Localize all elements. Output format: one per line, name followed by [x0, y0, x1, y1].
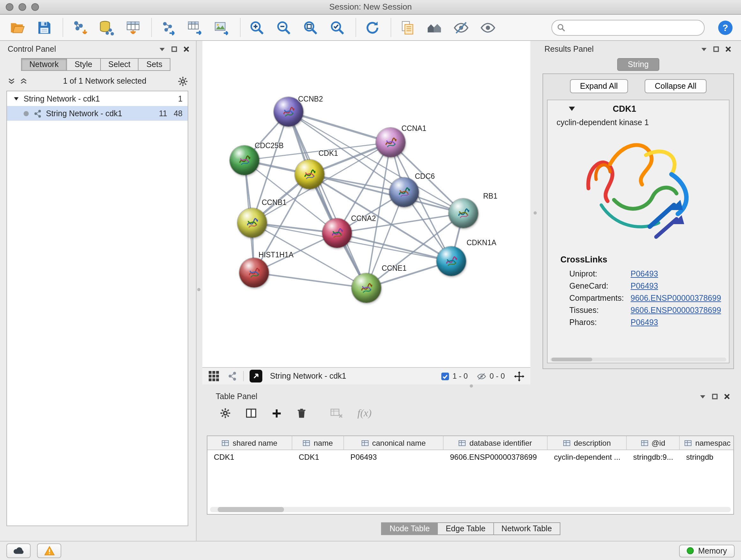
tab-network[interactable]: Network [21, 58, 67, 71]
network-node-hist1h1a[interactable] [239, 258, 269, 287]
delete-column-icon[interactable] [296, 408, 307, 419]
column-header--id[interactable]: @id [627, 436, 680, 449]
grid-view-icon[interactable] [208, 370, 219, 382]
network-node-cdc25b[interactable] [230, 145, 259, 175]
table-cell[interactable]: CDK1 [292, 453, 344, 462]
copy-icon[interactable] [398, 18, 417, 37]
search-input[interactable] [569, 21, 699, 34]
table-cell[interactable]: cyclin-dependent ... [548, 453, 627, 462]
share-network-icon[interactable] [227, 371, 238, 381]
close-panel-icon[interactable] [725, 46, 731, 52]
tab-sets[interactable]: Sets [138, 58, 171, 71]
table-cell[interactable]: P06493 [344, 453, 444, 462]
panel-menu-icon[interactable] [699, 393, 706, 400]
crosslink-link[interactable]: 9606.ENSP00000378699 [630, 294, 721, 302]
gear-icon[interactable] [178, 76, 188, 86]
collapse-section-icon[interactable] [568, 105, 576, 112]
network-edge-ccnb2-ccna1[interactable] [288, 112, 391, 142]
memory-button[interactable]: Memory [679, 544, 735, 557]
export-network-icon[interactable] [158, 18, 178, 37]
hide-selected-icon[interactable] [451, 18, 470, 37]
column-header-namespac[interactable]: namespac [680, 436, 734, 449]
zoom-selected-icon[interactable] [327, 18, 347, 37]
tab-string[interactable]: String [617, 58, 659, 71]
network-node-cdkn1a[interactable] [436, 246, 466, 276]
home-view-icon[interactable] [424, 18, 444, 37]
column-header-description[interactable]: description [548, 436, 627, 449]
export-table-icon[interactable] [185, 18, 204, 37]
show-columns-icon[interactable] [245, 408, 257, 419]
open-session-icon[interactable] [8, 18, 27, 37]
network-node-ccna1[interactable] [376, 128, 405, 157]
column-header-canonical-name[interactable]: canonical name [344, 436, 444, 449]
show-all-icon[interactable] [478, 18, 497, 37]
crosslink-link[interactable]: P06493 [630, 269, 658, 278]
expand-all-button[interactable]: Expand All [570, 79, 628, 93]
help-icon[interactable]: ? [718, 19, 733, 36]
close-window-button[interactable] [6, 3, 13, 11]
refresh-icon[interactable] [362, 18, 382, 37]
network-row[interactable]: String Network - cdk1 11 48 [7, 106, 188, 121]
import-network-database-icon[interactable] [96, 18, 116, 37]
warnings-button[interactable] [37, 543, 61, 558]
panel-menu-icon[interactable] [701, 46, 707, 52]
network-node-ccnb1[interactable] [238, 208, 267, 238]
cloud-button[interactable] [6, 543, 30, 558]
network-node-ccne1[interactable] [352, 273, 381, 303]
expand-all-icon[interactable] [20, 77, 27, 85]
tab-edge-table[interactable]: Edge Table [437, 522, 494, 535]
bottom-splitter-handle[interactable] [470, 384, 473, 388]
table-row[interactable]: CDK1CDK1P064939606.ENSP00000378699cyclin… [207, 450, 733, 464]
tab-network-table[interactable]: Network Table [493, 522, 560, 535]
results-horizontal-scrollbar[interactable] [550, 358, 726, 361]
close-panel-icon[interactable] [183, 46, 190, 52]
save-session-icon[interactable] [35, 18, 54, 37]
network-node-cdc6[interactable] [389, 178, 419, 207]
network-node-cdk1[interactable] [295, 160, 324, 189]
zoom-fit-icon[interactable] [300, 18, 320, 37]
pan-move-icon[interactable] [514, 371, 525, 381]
network-canvas[interactable]: CCNB2CCNA1CDC25BCDK1CDC6RB1CCNB1CCNA2CDK… [202, 41, 530, 367]
maximize-window-button[interactable] [31, 3, 39, 11]
network-node-rb1[interactable] [449, 199, 478, 228]
collapse-all-button[interactable]: Collapse All [645, 79, 707, 93]
tab-select[interactable]: Select [100, 58, 139, 71]
import-table-file-icon[interactable] [123, 18, 142, 37]
collapse-all-icon[interactable] [8, 77, 15, 85]
zoom-out-icon[interactable] [274, 18, 293, 37]
panel-menu-icon[interactable] [159, 46, 165, 52]
selected-checkbox-icon[interactable] [441, 372, 449, 380]
add-column-icon[interactable] [271, 408, 282, 419]
crosslink-link[interactable]: P06493 [630, 281, 658, 290]
table-cell[interactable]: CDK1 [207, 453, 292, 462]
minimize-window-button[interactable] [18, 3, 26, 11]
column-header-shared-name[interactable]: shared name [207, 436, 292, 449]
tab-node-table[interactable]: Node Table [381, 522, 438, 535]
left-splitter-handle[interactable] [197, 288, 200, 291]
column-header-name[interactable]: name [292, 436, 344, 449]
network-collection-row[interactable]: String Network - cdk1 1 [7, 91, 188, 106]
float-panel-icon[interactable] [712, 393, 718, 400]
table-settings-gear-icon[interactable] [219, 408, 231, 419]
birdseye-view-button[interactable] [250, 370, 262, 382]
float-panel-icon[interactable] [171, 46, 178, 52]
network-node-ccna2[interactable] [322, 219, 352, 248]
float-panel-icon[interactable] [713, 46, 719, 52]
crosslink-link[interactable]: 9606.ENSP00000378699 [630, 306, 721, 314]
hidden-eye-icon[interactable] [477, 372, 486, 380]
table-horizontal-scrollbar[interactable] [210, 507, 731, 512]
export-image-icon[interactable] [212, 18, 231, 37]
tree-caret-icon[interactable] [13, 96, 19, 102]
import-network-file-icon[interactable] [70, 18, 89, 37]
table-cell[interactable]: stringdb:9... [627, 453, 680, 462]
table-cell[interactable]: stringdb [680, 453, 734, 462]
close-panel-icon[interactable] [724, 393, 730, 400]
crosslink-link[interactable]: P06493 [630, 318, 658, 327]
column-header-database-identifier[interactable]: database identifier [444, 436, 548, 449]
network-edge-ccna2-cdkn1a[interactable] [337, 233, 451, 261]
table-cell[interactable]: 9606.ENSP00000378699 [444, 453, 548, 462]
tab-style[interactable]: Style [66, 58, 101, 71]
right-splitter-handle[interactable] [534, 211, 537, 214]
zoom-in-icon[interactable] [247, 18, 266, 37]
network-edge-ccne1-hist1h1a[interactable] [254, 273, 366, 288]
